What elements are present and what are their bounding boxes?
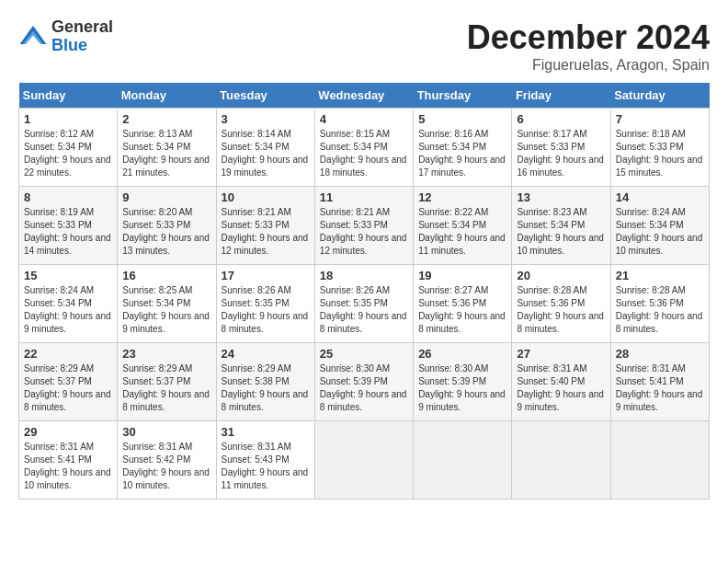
day-number: 31 <box>222 425 310 439</box>
calendar-cell: 30Sunrise: 8:31 AMSunset: 5:42 PMDayligh… <box>118 421 216 500</box>
calendar-cell: 10Sunrise: 8:21 AMSunset: 5:33 PMDayligh… <box>216 187 314 265</box>
calendar-week-3: 15Sunrise: 8:24 AMSunset: 5:34 PMDayligh… <box>19 265 710 343</box>
day-number: 7 <box>616 112 704 126</box>
day-number: 6 <box>517 112 605 126</box>
calendar-cell <box>414 421 512 500</box>
calendar-cell: 28Sunrise: 8:31 AMSunset: 5:41 PMDayligh… <box>610 343 709 421</box>
day-number: 28 <box>616 347 704 361</box>
day-info: Sunrise: 8:31 AMSunset: 5:43 PMDaylight:… <box>222 441 310 492</box>
calendar-cell: 2Sunrise: 8:13 AMSunset: 5:34 PMDaylight… <box>118 109 216 187</box>
day-number: 8 <box>24 190 112 204</box>
calendar-cell: 1Sunrise: 8:12 AMSunset: 5:34 PMDaylight… <box>19 109 118 187</box>
calendar-cell: 31Sunrise: 8:31 AMSunset: 5:43 PMDayligh… <box>216 421 314 500</box>
day-info: Sunrise: 8:21 AMSunset: 5:33 PMDaylight:… <box>222 206 310 258</box>
day-info: Sunrise: 8:28 AMSunset: 5:36 PMDaylight:… <box>616 284 704 336</box>
day-info: Sunrise: 8:20 AMSunset: 5:33 PMDaylight:… <box>122 206 210 258</box>
day-number: 27 <box>517 347 605 361</box>
logo: General Blue <box>18 18 113 55</box>
day-header-thursday: Thursday <box>414 83 512 109</box>
day-header-friday: Friday <box>512 83 610 109</box>
day-header-tuesday: Tuesday <box>216 83 314 109</box>
day-number: 2 <box>122 112 210 126</box>
day-info: Sunrise: 8:31 AMSunset: 5:42 PMDaylight:… <box>122 441 210 492</box>
day-info: Sunrise: 8:29 AMSunset: 5:38 PMDaylight:… <box>222 362 310 414</box>
day-number: 5 <box>418 112 506 126</box>
day-info: Sunrise: 8:21 AMSunset: 5:33 PMDaylight:… <box>320 206 408 258</box>
day-info: Sunrise: 8:12 AMSunset: 5:34 PMDaylight:… <box>24 128 112 179</box>
calendar-cell: 8Sunrise: 8:19 AMSunset: 5:33 PMDaylight… <box>19 187 118 265</box>
calendar-week-5: 29Sunrise: 8:31 AMSunset: 5:41 PMDayligh… <box>19 421 710 500</box>
day-info: Sunrise: 8:24 AMSunset: 5:34 PMDaylight:… <box>24 284 112 336</box>
day-number: 12 <box>418 190 506 204</box>
title-area: December 2024 Figueruelas, Aragon, Spain <box>467 18 710 74</box>
day-info: Sunrise: 8:31 AMSunset: 5:41 PMDaylight:… <box>24 441 112 492</box>
day-info: Sunrise: 8:19 AMSunset: 5:33 PMDaylight:… <box>24 206 112 258</box>
day-number: 21 <box>616 269 704 282</box>
logo-general-text: General <box>51 18 113 37</box>
calendar-cell: 24Sunrise: 8:29 AMSunset: 5:38 PMDayligh… <box>216 343 314 421</box>
calendar-cell: 15Sunrise: 8:24 AMSunset: 5:34 PMDayligh… <box>19 265 118 343</box>
day-number: 1 <box>24 112 112 126</box>
day-header-saturday: Saturday <box>610 83 709 109</box>
day-number: 9 <box>122 190 210 204</box>
day-info: Sunrise: 8:22 AMSunset: 5:34 PMDaylight:… <box>418 206 506 258</box>
calendar-cell: 22Sunrise: 8:29 AMSunset: 5:37 PMDayligh… <box>19 343 118 421</box>
calendar-cell: 18Sunrise: 8:26 AMSunset: 5:35 PMDayligh… <box>314 265 413 343</box>
day-number: 25 <box>320 347 408 361</box>
header: General Blue December 2024 Figueruelas, … <box>18 18 710 74</box>
calendar-cell: 19Sunrise: 8:27 AMSunset: 5:36 PMDayligh… <box>414 265 512 343</box>
day-info: Sunrise: 8:14 AMSunset: 5:34 PMDaylight:… <box>222 128 310 179</box>
calendar-cell: 12Sunrise: 8:22 AMSunset: 5:34 PMDayligh… <box>414 187 512 265</box>
calendar-cell: 3Sunrise: 8:14 AMSunset: 5:34 PMDaylight… <box>216 109 314 187</box>
day-number: 14 <box>616 190 704 204</box>
day-info: Sunrise: 8:16 AMSunset: 5:34 PMDaylight:… <box>418 128 506 179</box>
day-number: 15 <box>24 269 112 282</box>
calendar-cell: 7Sunrise: 8:18 AMSunset: 5:33 PMDaylight… <box>610 109 709 187</box>
calendar-cell: 16Sunrise: 8:25 AMSunset: 5:34 PMDayligh… <box>118 265 216 343</box>
day-number: 19 <box>418 269 506 282</box>
day-info: Sunrise: 8:29 AMSunset: 5:37 PMDaylight:… <box>122 362 210 414</box>
day-info: Sunrise: 8:18 AMSunset: 5:33 PMDaylight:… <box>616 128 704 179</box>
calendar-cell: 4Sunrise: 8:15 AMSunset: 5:34 PMDaylight… <box>314 109 413 187</box>
day-info: Sunrise: 8:23 AMSunset: 5:34 PMDaylight:… <box>517 206 605 258</box>
day-number: 16 <box>122 269 210 282</box>
month-title: December 2024 <box>467 18 710 57</box>
calendar-cell <box>314 421 413 500</box>
calendar-cell: 23Sunrise: 8:29 AMSunset: 5:37 PMDayligh… <box>118 343 216 421</box>
day-info: Sunrise: 8:17 AMSunset: 5:33 PMDaylight:… <box>517 128 605 179</box>
day-info: Sunrise: 8:28 AMSunset: 5:36 PMDaylight:… <box>517 284 605 336</box>
calendar-cell: 20Sunrise: 8:28 AMSunset: 5:36 PMDayligh… <box>512 265 610 343</box>
day-info: Sunrise: 8:31 AMSunset: 5:40 PMDaylight:… <box>517 362 605 414</box>
logo-blue-text: Blue <box>51 37 113 55</box>
calendar-cell: 25Sunrise: 8:30 AMSunset: 5:39 PMDayligh… <box>314 343 413 421</box>
calendar-cell: 29Sunrise: 8:31 AMSunset: 5:41 PMDayligh… <box>19 421 118 500</box>
calendar-cell <box>512 421 610 500</box>
day-number: 23 <box>122 347 210 361</box>
day-header-wednesday: Wednesday <box>314 83 413 109</box>
day-number: 3 <box>222 112 310 126</box>
calendar-cell: 21Sunrise: 8:28 AMSunset: 5:36 PMDayligh… <box>610 265 709 343</box>
calendar-cell: 26Sunrise: 8:30 AMSunset: 5:39 PMDayligh… <box>414 343 512 421</box>
calendar-cell: 27Sunrise: 8:31 AMSunset: 5:40 PMDayligh… <box>512 343 610 421</box>
day-number: 13 <box>517 190 605 204</box>
day-info: Sunrise: 8:15 AMSunset: 5:34 PMDaylight:… <box>320 128 408 179</box>
calendar-table: SundayMondayTuesdayWednesdayThursdayFrid… <box>18 83 710 500</box>
calendar-cell <box>610 421 709 500</box>
calendar-cell: 6Sunrise: 8:17 AMSunset: 5:33 PMDaylight… <box>512 109 610 187</box>
day-number: 26 <box>418 347 506 361</box>
day-header-sunday: Sunday <box>19 83 118 109</box>
calendar-week-4: 22Sunrise: 8:29 AMSunset: 5:37 PMDayligh… <box>19 343 710 421</box>
day-number: 24 <box>222 347 310 361</box>
calendar-week-2: 8Sunrise: 8:19 AMSunset: 5:33 PMDaylight… <box>19 187 710 265</box>
calendar-cell: 13Sunrise: 8:23 AMSunset: 5:34 PMDayligh… <box>512 187 610 265</box>
day-info: Sunrise: 8:30 AMSunset: 5:39 PMDaylight:… <box>418 362 506 414</box>
day-info: Sunrise: 8:26 AMSunset: 5:35 PMDaylight:… <box>222 284 310 336</box>
day-number: 11 <box>320 190 408 204</box>
calendar-week-1: 1Sunrise: 8:12 AMSunset: 5:34 PMDaylight… <box>19 109 710 187</box>
calendar-cell: 9Sunrise: 8:20 AMSunset: 5:33 PMDaylight… <box>118 187 216 265</box>
day-info: Sunrise: 8:31 AMSunset: 5:41 PMDaylight:… <box>616 362 704 414</box>
day-info: Sunrise: 8:13 AMSunset: 5:34 PMDaylight:… <box>122 128 210 179</box>
day-number: 4 <box>320 112 408 126</box>
calendar-cell: 11Sunrise: 8:21 AMSunset: 5:33 PMDayligh… <box>314 187 413 265</box>
day-number: 29 <box>24 425 112 439</box>
